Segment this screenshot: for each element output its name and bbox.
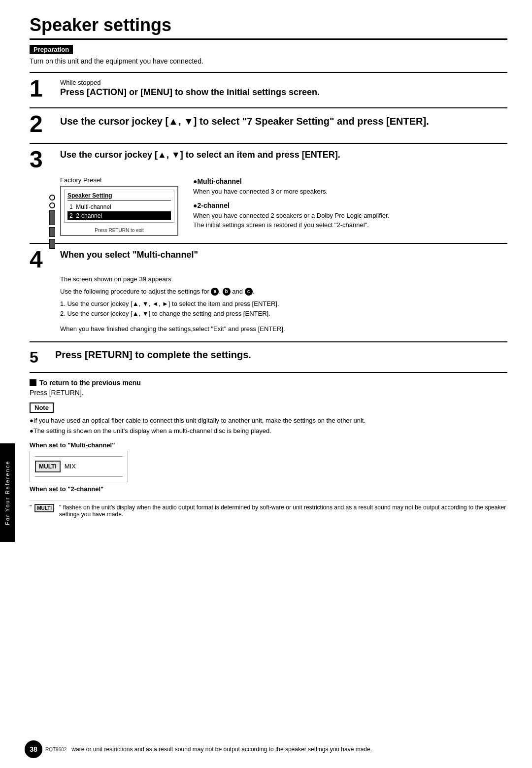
step3-content: Use the cursor jockey [▲, ▼] to select a… [60, 150, 507, 160]
page-title: Speaker settings [30, 15, 507, 40]
preparation-badge: Preparation [30, 45, 73, 54]
display-content: MULTI MIX [35, 459, 123, 474]
note-badge: Note [30, 402, 54, 413]
screen-inner: Speaker Setting 1 Multi-channel 2 2-chan… [64, 190, 174, 223]
step4-number: 4 [30, 248, 54, 271]
note-content: ●If you have used an optical fiber cable… [30, 416, 507, 436]
step4-finish: When you have finished changing the sett… [60, 324, 507, 334]
step1-number: 1 [30, 77, 54, 100]
circle-c: c [245, 288, 253, 296]
when-two-title: When set to "2-channel" [30, 485, 507, 493]
black-square-icon [30, 379, 36, 386]
return-section: To return to the previous menu Press [RE… [30, 379, 507, 397]
step3-main: Use the cursor jockey [▲, ▼] to select a… [60, 150, 507, 160]
sidebar-label: For Your Reference [0, 443, 15, 542]
note-section: Note ●If you have used an optical fiber … [30, 402, 507, 436]
step4-content: When you select "Multi-channel" [60, 250, 507, 260]
display-line-bottom [35, 476, 123, 477]
step4-section: 4 When you select "Multi-channel" The sc… [30, 243, 507, 339]
footer-note-text: " flashes on the unit's display when the… [59, 504, 507, 518]
step5-main: Press [RETURN] to complete the settings. [55, 349, 507, 361]
screen-title: Speaker Setting [67, 192, 171, 200]
step3-header: 3 Use the cursor jockey [▲, ▼] to select… [30, 150, 507, 171]
when-multi-section: When set to "Multi-channel" MULTI MIX [30, 441, 507, 482]
step1-section: 1 While stopped Press [ACTION] or [MENU]… [30, 72, 507, 105]
return-header: To return to the previous menu [30, 379, 507, 387]
screen-left-icons [49, 195, 55, 249]
step5-content: Press [RETURN] to complete the settings. [55, 349, 507, 361]
two-channel-title: ●2-channel [193, 200, 507, 211]
screen-item-1: 1 Multi-channel [67, 202, 171, 211]
step1-sub: While stopped [60, 79, 507, 86]
footer-note: " MULTI " flashes on the unit's display … [30, 501, 507, 518]
page-footer: 38 RQT9602 ware or unit restrictions and… [0, 740, 532, 758]
display-label: MULTI [35, 461, 61, 472]
step4-header: 4 When you select "Multi-channel" [30, 250, 507, 271]
two-channel-text1: When you have connected 2 speakers or a … [193, 211, 507, 221]
multi-channel-block: ●Multi-channel When you have connected 3… [193, 176, 507, 197]
circle-a: a [211, 288, 219, 296]
two-channel-text2: The initial settings screen is restored … [193, 220, 507, 230]
when-multi-title: When set to "Multi-channel" [30, 441, 507, 449]
display-mockup-multi: MULTI MIX [30, 451, 128, 482]
screen-mockup: Speaker Setting 1 Multi-channel 2 2-chan… [60, 186, 178, 236]
step4-main: When you select "Multi-channel" [60, 250, 507, 260]
preparation-text: Turn on this unit and the equipment you … [30, 57, 507, 65]
two-channel-block: ●2-channel When you have connected 2 spe… [193, 200, 507, 230]
factory-preset-label: Factory Preset [60, 176, 178, 184]
footer-multi-badge: MULTI [34, 504, 54, 512]
display-line-top [35, 456, 123, 457]
circle-b: b [223, 288, 231, 296]
step5-inner: 5 Press [RETURN] to complete the setting… [30, 349, 507, 365]
footer-quote-open: " [30, 504, 32, 511]
step3-body: Factory Preset Speaker Setting 1 Multi-c… [60, 176, 507, 236]
footer-text: ware or unit restrictions and as a resul… [71, 746, 507, 753]
step3-section: 3 Use the cursor jockey [▲, ▼] to select… [30, 143, 507, 241]
step4-instruction2: 2. Use the cursor jockey [▲, ▼] to chang… [60, 309, 507, 319]
footer-code: RQT9602 [45, 747, 66, 752]
step3-number: 3 [30, 148, 54, 171]
note-bullet2: ●The setting is shown on the unit's disp… [30, 426, 507, 436]
channel-info: ●Multi-channel When you have connected 3… [193, 176, 507, 236]
icon-rect-1 [49, 210, 55, 225]
step5-number: 5 [30, 349, 49, 365]
icon-rect-3 [49, 239, 55, 249]
step4-line2: Use the following procedure to adjust th… [60, 287, 507, 297]
step2-main: Use the cursor jockey [▲, ▼] to select "… [60, 114, 507, 128]
screen-footer: Press RETURN to exit [61, 226, 177, 235]
page-number: 38 [25, 740, 42, 758]
step2-content: Use the cursor jockey [▲, ▼] to select "… [60, 114, 507, 128]
icon-rect-2 [49, 227, 55, 237]
step4-instruction1: 1. Use the cursor jockey [▲, ▼, ◄, ►] to… [60, 299, 507, 309]
step4-line1: The screen shown on page 39 appears. [60, 274, 507, 285]
step1-main: Press [ACTION] or [MENU] to show the ini… [60, 87, 507, 98]
factory-preset-area: Factory Preset Speaker Setting 1 Multi-c… [60, 176, 178, 236]
icon-circle-1 [49, 195, 55, 200]
multi-channel-text: When you have connected 3 or more speake… [193, 187, 507, 197]
when-two-section: When set to "2-channel" [30, 485, 507, 493]
step1-content: While stopped Press [ACTION] or [MENU] t… [60, 79, 507, 98]
multi-channel-title: ●Multi-channel [193, 176, 507, 187]
display-suffix: MIX [65, 463, 76, 470]
note-bullet1: ●If you have used an optical fiber cable… [30, 416, 507, 426]
step2-number: 2 [30, 112, 54, 136]
step5-section: 5 Press [RETURN] to complete the setting… [30, 341, 507, 373]
step2-section: 2 Use the cursor jockey [▲, ▼] to select… [30, 107, 507, 141]
return-text: Press [RETURN]. [30, 389, 507, 397]
step4-body: The screen shown on page 39 appears. Use… [60, 274, 507, 334]
screen-item-2: 2 2-channel [67, 211, 171, 220]
icon-circle-2 [49, 202, 55, 208]
